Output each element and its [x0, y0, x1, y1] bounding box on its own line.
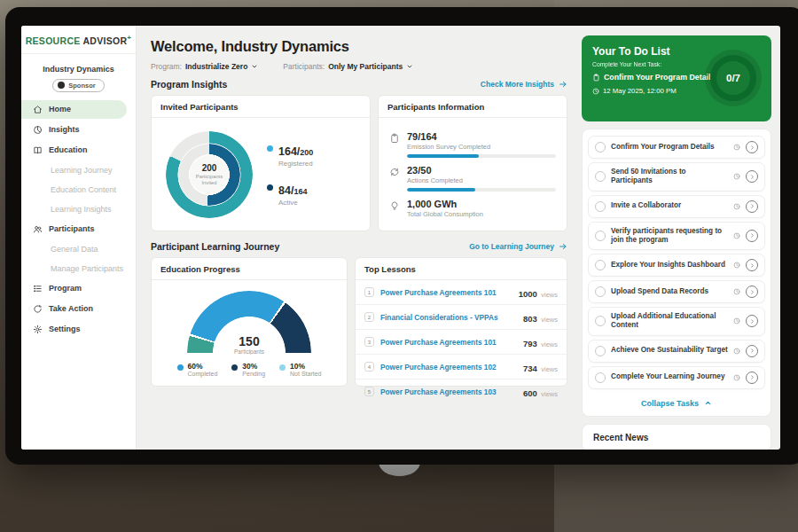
task-label: Verify participants requesting to join t… [611, 227, 728, 246]
program-insights-cards: Invited Participants 200 Participants In… [151, 95, 567, 231]
go-to-learning-journey-label: Go to Learning Journey [469, 242, 554, 251]
education-gauge-center: 150 Participants [187, 334, 311, 355]
sidebar-item-general-data[interactable]: General Data [21, 240, 127, 258]
lesson-row: 5Power Purchase Agreements 103600 views [356, 379, 567, 403]
lesson-views: 734 [523, 364, 537, 373]
sidebar-item-settings[interactable]: Settings [21, 320, 127, 339]
task-checkbox[interactable] [595, 316, 606, 326]
sidebar-item-label: Education [49, 145, 88, 154]
arrow-right-icon [559, 242, 567, 251]
sidebar-item-participants[interactable]: Participants [21, 220, 127, 239]
todo-tasks-list: Confirm Your Program DetailsSend 50 Invi… [585, 136, 768, 389]
stat-value: 79/164 [407, 131, 556, 142]
recent-news-card: Recent News [582, 424, 771, 450]
todo-task-achieve-one-sustainability-target: Achieve One Sustainability Target [588, 340, 765, 363]
chevron-right-icon [749, 318, 755, 325]
task-label: Explore Your Insights Dashboard [611, 261, 728, 270]
task-open-button[interactable] [746, 170, 758, 183]
lesson-views: 1000 [519, 289, 537, 299]
clock-icon [733, 348, 740, 355]
task-checkbox[interactable] [595, 286, 606, 297]
top-lessons-list: 1Power Purchase Agreements 1011000 views… [356, 280, 567, 403]
gauge-center-value: 150 [187, 334, 311, 348]
task-open-button[interactable] [746, 141, 758, 153]
sidebar-item-label: Take Action [49, 304, 93, 313]
sidebar-item-label: Learning Journey [51, 166, 113, 175]
stat-value: 23/50 [407, 165, 556, 176]
main-content: Welcome, Industry Dynamics Program: Indu… [137, 26, 576, 450]
task-open-button[interactable] [746, 315, 758, 327]
invited-center-value: 200 [202, 163, 217, 173]
sidebar-item-label: Home [49, 105, 71, 113]
task-checkbox[interactable] [595, 260, 606, 270]
task-open-button[interactable] [746, 230, 758, 242]
sidebar-item-program[interactable]: Program [21, 279, 127, 298]
sponsor-badge[interactable]: Sponsor [52, 79, 104, 92]
go-to-learning-journey-link[interactable]: Go to Learning Journey [469, 242, 567, 251]
sidebar-item-manage-participants[interactable]: Manage Participants [21, 260, 127, 278]
program-filter-dropdown[interactable]: Program: Industrialize Zero [151, 62, 258, 71]
sidebar-item-home[interactable]: Home [21, 100, 127, 119]
lesson-rank: 4 [364, 362, 374, 372]
task-open-button[interactable] [746, 200, 758, 213]
todo-task-send-50-invitations-to-participants: Send 50 Invitations to Participants [588, 162, 765, 192]
program-filter-label: Program: [151, 62, 182, 71]
todo-task-complete-your-learning-journey: Complete Your Learning Journey [588, 366, 765, 389]
lesson-link[interactable]: Power Purchase Agreements 101 [380, 288, 512, 297]
todo-summary-card: Your To Do List Complete Your Next Task:… [582, 35, 771, 121]
stat-total-global-consumption: 1,000 GWh Total Global Consumption [389, 199, 556, 218]
clipboard-icon [389, 133, 400, 144]
education-icon [33, 145, 43, 155]
clock-icon [733, 203, 740, 210]
sidebar-item-education[interactable]: Education [21, 141, 127, 160]
program-insights-header: Program Insights Check More Insights [151, 79, 567, 90]
clock-icon [733, 173, 740, 180]
collapse-tasks-button[interactable]: Collapse Tasks [585, 393, 768, 416]
lesson-link[interactable]: Power Purchase Agreements 103 [380, 387, 517, 396]
task-checkbox[interactable] [595, 142, 606, 153]
app-logo: RESOURCE ADVISOR+ [21, 34, 136, 54]
invited-participants-card: Invited Participants 200 Participants In… [151, 95, 371, 231]
chevron-right-icon [749, 374, 755, 380]
todo-next-task-label: Confirm Your Program Details [604, 73, 715, 82]
task-checkbox[interactable] [595, 171, 606, 182]
task-checkbox[interactable] [595, 346, 606, 356]
education-gauge-chart: 150 Participants [187, 291, 311, 355]
lesson-views-suffix: views [541, 291, 558, 299]
sidebar-item-learning-journey[interactable]: Learning Journey [21, 161, 127, 179]
lesson-link[interactable]: Power Purchase Agreements 102 [380, 363, 517, 372]
invited-donut-center: 200 Participants Invited [190, 155, 229, 194]
task-label: Upload Additional Educational Content [611, 312, 728, 331]
logo-plus: + [127, 34, 131, 42]
task-open-button[interactable] [746, 259, 758, 271]
sidebar-item-insights[interactable]: Insights [21, 121, 127, 139]
sidebar-item-label: Program [49, 284, 82, 293]
chevron-right-icon [749, 145, 755, 151]
task-open-button[interactable] [746, 345, 758, 357]
task-open-button[interactable] [746, 372, 758, 384]
lesson-rank: 3 [364, 337, 374, 347]
lesson-link[interactable]: Financial Considerations - VPPAs [380, 313, 517, 322]
legend-dot-active [267, 184, 273, 191]
stat-label: Total Global Consumption [407, 210, 556, 218]
sidebar-item-take-action[interactable]: Take Action [21, 300, 127, 318]
participants-filter-dropdown[interactable]: Participants: Only My Participants [283, 62, 413, 71]
check-more-insights-link[interactable]: Check More Insights [481, 80, 567, 89]
monitor-bezel: RESOURCE ADVISOR+ Industry Dynamics Spon… [5, 7, 798, 465]
active-value: 84/ [278, 184, 293, 197]
chevron-right-icon [749, 348, 755, 354]
task-checkbox[interactable] [595, 231, 606, 241]
task-checkbox[interactable] [595, 372, 606, 383]
logo-secondary: ADVISOR [82, 35, 127, 46]
task-open-button[interactable] [746, 286, 758, 298]
clock-icon [733, 232, 740, 239]
app-window: RESOURCE ADVISOR+ Industry Dynamics Spon… [21, 26, 780, 450]
education-legend: 60% Completed 30% Pending 10% [177, 362, 322, 377]
sidebar-item-learning-insights[interactable]: Learning Insights [21, 200, 127, 218]
lesson-link[interactable]: Power Purchase Agreements 101 [380, 338, 517, 347]
sidebar-item-education-content[interactable]: Education Content [21, 181, 127, 199]
stat-progress-bar [407, 188, 475, 192]
settings-icon [33, 325, 43, 334]
education-progress-card: Education Progress 150 Participants [151, 257, 348, 387]
task-checkbox[interactable] [595, 201, 606, 212]
